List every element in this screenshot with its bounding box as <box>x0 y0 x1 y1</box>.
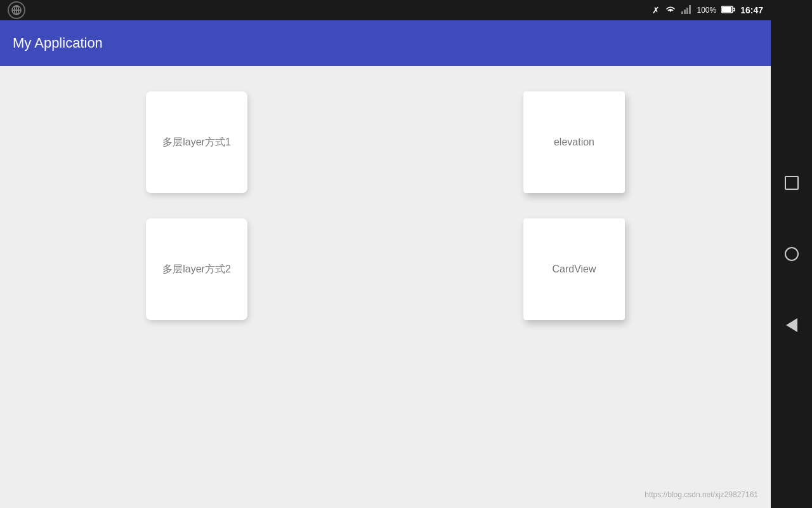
back-button[interactable] <box>782 315 802 335</box>
card-elevation[interactable]: elevation <box>523 91 625 193</box>
top-card-row: 多层layer方式1 elevation <box>38 91 733 193</box>
home-icon <box>785 247 799 261</box>
card-layer-1[interactable]: 多层layer方式1 <box>146 91 247 193</box>
signal-icon <box>681 5 691 16</box>
svg-rect-9 <box>722 7 731 12</box>
status-bar-left <box>8 1 646 19</box>
card-layer-2[interactable]: 多层layer方式2 <box>146 218 247 320</box>
wifi-icon <box>665 5 676 16</box>
bluetooth-icon: ✗ <box>652 5 660 15</box>
nav-bar <box>771 0 812 508</box>
globe-icon <box>8 1 25 19</box>
svg-rect-7 <box>689 5 691 14</box>
recents-button[interactable] <box>782 173 802 193</box>
battery-icon <box>721 5 735 15</box>
home-button[interactable] <box>782 244 802 264</box>
content-area: 多层layer方式1 elevation 多层layer方式2 CardView… <box>0 66 771 508</box>
svg-rect-6 <box>686 8 688 14</box>
status-bar: ✗ 100% <box>0 0 771 20</box>
card-cardview[interactable]: CardView <box>523 218 625 320</box>
device-screen: ✗ 100% <box>0 0 771 508</box>
svg-rect-4 <box>681 11 683 14</box>
recents-icon <box>785 176 799 190</box>
footer-url: https://blog.csdn.net/xjz29827161 <box>645 490 758 499</box>
back-icon <box>786 318 797 332</box>
bottom-card-row: 多层layer方式2 CardView <box>38 218 733 320</box>
status-bar-right: ✗ 100% <box>652 5 763 16</box>
battery-percent: 100% <box>697 6 716 15</box>
app-bar: My Application <box>0 20 771 66</box>
app-bar-title: My Application <box>13 35 103 51</box>
status-time: 16:47 <box>740 5 763 15</box>
svg-rect-5 <box>684 10 686 14</box>
